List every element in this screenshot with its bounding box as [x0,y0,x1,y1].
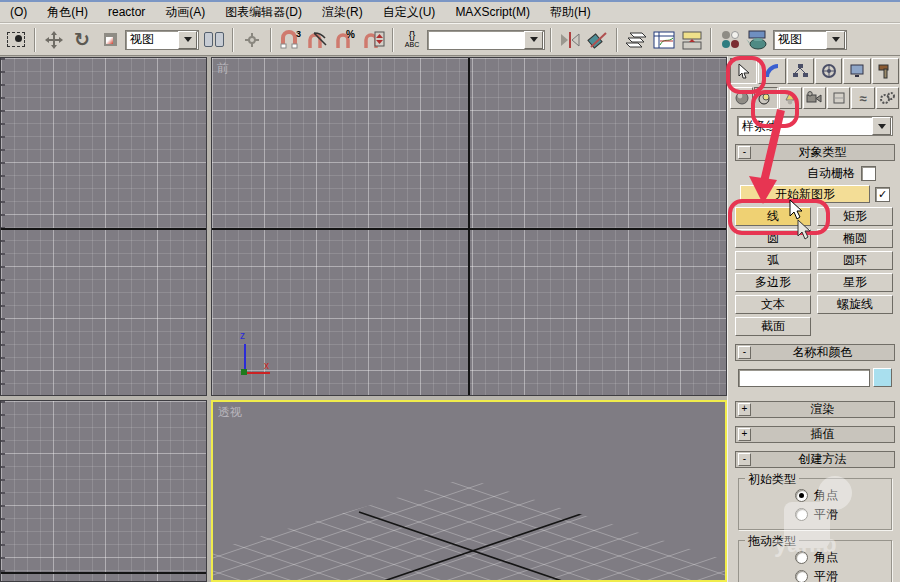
menu-item-reactor[interactable]: reactor [98,3,155,21]
menu-item-graph-editors[interactable]: 图表编辑器(D) [215,3,312,21]
tab-motion[interactable] [815,58,842,84]
3dsmax-window: (O) 角色(H) reactor 动画(A) 图表编辑器(D) 渲染(R) 自… [0,0,900,582]
menu-item-modifiers[interactable]: (O) [0,3,37,21]
collapse-icon[interactable]: - [738,146,751,159]
toolbar-view-value: 视图 [778,31,802,48]
drag-type-group: 拖动类型 角点 平滑 Bezier [738,540,892,582]
keyboard-shortcut-override-icon[interactable]: {} ABC [399,27,425,53]
button-section[interactable]: 截面 [735,317,811,336]
button-star[interactable]: 星形 [817,273,893,292]
tab-create[interactable] [730,58,757,84]
collapse-icon[interactable]: - [738,453,751,466]
percent-snap-icon[interactable]: % [333,27,359,53]
viewport-top-left[interactable] [0,57,207,396]
rollout-interpolation[interactable]: + 插值 [735,426,895,443]
toolbar-separator [550,28,552,52]
menu-item-rendering[interactable]: 渲染(R) [312,3,373,21]
viewport-perspective[interactable]: 透视 [211,400,727,582]
viewport-bottom-left[interactable] [0,400,207,582]
radio-initial-smooth[interactable] [795,508,808,521]
render-teapot-icon[interactable] [745,27,771,53]
toolbar-separator [34,28,36,52]
shape-category-dropdown[interactable]: 样条线 [737,116,893,136]
radio-drag-smooth[interactable] [795,570,808,582]
category-helpers-icon[interactable] [827,87,850,109]
chevron-down-icon[interactable] [178,31,197,49]
chevron-down-icon[interactable] [872,117,891,135]
chevron-down-icon[interactable] [524,31,543,49]
autogrid-checkbox[interactable] [861,166,876,181]
chevron-down-icon[interactable] [826,31,845,49]
button-polygon[interactable]: 多边形 [735,273,811,292]
start-new-shape-checkbox[interactable]: ✓ [875,187,890,202]
menu-item-help[interactable]: 帮助(H) [540,3,601,21]
grid-axis-line [468,58,470,395]
radio-drag-corner[interactable] [795,551,808,564]
button-ellipse[interactable]: 椭圆 [817,229,893,248]
toolbar-view-dropdown[interactable]: 视图 [773,30,847,50]
category-cameras-icon[interactable] [803,87,826,109]
selection-region-icon[interactable] [3,27,29,53]
menu-item-animation[interactable]: 动画(A) [155,3,215,21]
rollout-creation-method[interactable]: - 创建方法 [735,451,895,468]
material-editor-icon[interactable] [717,27,743,53]
menu-bar: (O) 角色(H) reactor 动画(A) 图表编辑器(D) 渲染(R) 自… [0,2,900,23]
viewport-label-front[interactable]: 前 [217,60,229,77]
tab-hierarchy[interactable] [787,58,814,84]
curve-editor-icon[interactable] [651,27,677,53]
expand-icon[interactable]: + [738,428,751,441]
tab-display[interactable] [843,58,870,84]
angle-snap-icon[interactable] [305,27,331,53]
menu-item-maxscript[interactable]: MAXScript(M) [445,3,540,21]
select-and-manipulate-icon[interactable] [239,27,265,53]
axis-tripod: z x [236,338,280,382]
named-selection-sets-dropdown[interactable] [427,30,545,50]
initial-type-group: 初始类型 角点 平滑 [738,478,892,530]
layers-icon[interactable] [623,27,649,53]
menu-item-character[interactable]: 角色(H) [37,3,98,21]
rollout-name-color[interactable]: - 名称和颜色 [735,344,895,361]
viewport-front[interactable]: 前 z x [211,57,727,396]
rollout-title: 对象类型 [751,144,894,161]
button-circle[interactable]: 圆 [735,229,811,248]
menu-item-customize[interactable]: 自定义(U) [373,3,446,21]
use-pivot-point-icon[interactable] [201,27,227,53]
button-donut[interactable]: 圆环 [817,251,893,270]
viewport-label-perspective[interactable]: 透视 [218,404,242,421]
rollout-object-type[interactable]: - 对象类型 [735,144,895,161]
schematic-view-icon[interactable] [679,27,705,53]
move-icon[interactable] [41,27,67,53]
category-space-warps-icon[interactable]: ≈ [851,87,874,109]
object-name-input[interactable] [738,369,870,387]
object-color-swatch[interactable] [873,368,892,387]
snap-toggle-3d-icon[interactable]: 3 [277,27,303,53]
category-lights-icon[interactable] [779,87,802,109]
rotate-icon[interactable]: ↻ [69,27,95,53]
reference-coordinate-dropdown[interactable]: 视图 [125,30,199,50]
button-rectangle[interactable]: 矩形 [817,207,893,226]
rollout-rendering[interactable]: + 渲染 [735,401,895,418]
spinner-snap-icon[interactable] [361,27,387,53]
toolbar-separator [616,28,618,52]
radio-label: 角点 [814,487,838,504]
start-new-shape-button[interactable]: 开始新图形 [740,185,870,203]
mirror-icon[interactable] [557,27,583,53]
svg-text:%: % [346,29,355,40]
category-systems-icon[interactable] [876,87,899,109]
axis-label-x: x [264,360,269,371]
category-shapes-icon[interactable] [754,87,777,109]
scale-icon[interactable] [97,27,123,53]
collapse-icon[interactable]: - [738,346,751,359]
button-text[interactable]: 文本 [735,295,811,314]
button-helix[interactable]: 螺旋线 [817,295,893,314]
main-toolbar: ↻ 视图 3 % {} ABC [0,23,900,56]
toolbar-separator [232,28,234,52]
button-line[interactable]: 线 [735,207,811,226]
category-geometry-icon[interactable] [730,87,753,109]
button-arc[interactable]: 弧 [735,251,811,270]
tab-utilities[interactable] [872,58,899,84]
radio-initial-corner[interactable] [795,489,808,502]
tab-modify[interactable] [758,58,785,84]
align-icon[interactable] [585,27,611,53]
expand-icon[interactable]: + [738,403,751,416]
